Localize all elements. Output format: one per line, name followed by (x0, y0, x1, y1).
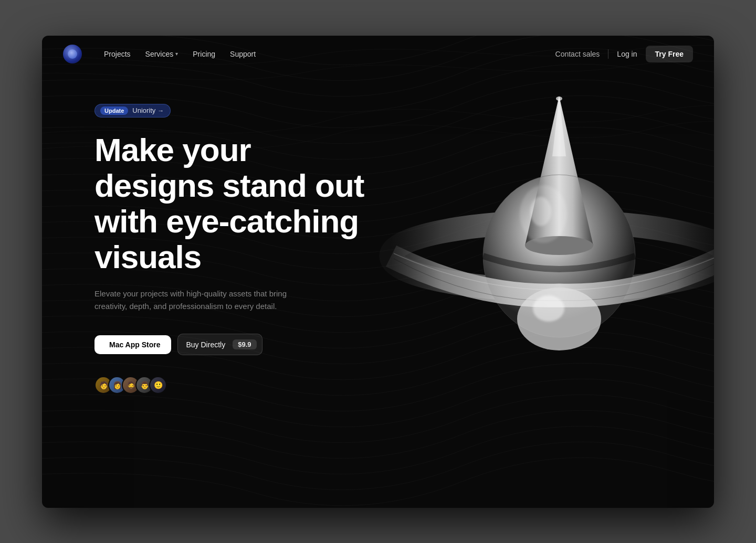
badge-arrow-icon: → (158, 107, 164, 114)
nav-projects[interactable]: Projects (98, 47, 137, 61)
hero-section: Update Uniority → Make your designs stan… (42, 72, 368, 395)
nav-support[interactable]: Support (224, 47, 262, 61)
avatar-group: 🧑 👩 🧔 👨 🙂 (94, 376, 368, 394)
price-tag: $9.9 (233, 339, 256, 349)
contact-sales-link[interactable]: Contact sales (555, 50, 600, 58)
nav-pricing[interactable]: Pricing (186, 47, 222, 61)
logo[interactable] (63, 45, 82, 63)
nav-links: Projects Services ▾ Pricing Support (98, 47, 262, 61)
cta-buttons: Mac App Store Buy Directly $9.9 (94, 334, 368, 355)
badge-update-label: Update (100, 107, 128, 115)
buy-directly-button[interactable]: Buy Directly $9.9 (177, 334, 262, 355)
browser-window: Projects Services ▾ Pricing Support Cont… (42, 36, 714, 508)
nav-left: Projects Services ▾ Pricing Support (63, 45, 262, 63)
services-chevron-icon: ▾ (175, 51, 178, 57)
buy-directly-label: Buy Directly (178, 340, 233, 349)
login-link[interactable]: Log in (617, 50, 637, 58)
navbar: Projects Services ▾ Pricing Support Cont… (42, 36, 714, 72)
badge-brand-text: Uniority → (132, 107, 164, 114)
avatar: 🙂 (149, 376, 167, 394)
try-free-button[interactable]: Try Free (646, 46, 693, 62)
nav-divider (608, 49, 608, 59)
nav-right: Contact sales Log in Try Free (555, 46, 693, 62)
nav-services[interactable]: Services ▾ (139, 47, 185, 61)
logo-icon (68, 49, 77, 59)
hero-subtitle: Elevate your projects with high-quality … (94, 288, 304, 313)
mac-store-label: Mac App Store (109, 340, 161, 349)
hero-title: Make your designs stand out with eye-cat… (94, 132, 368, 275)
mac-app-store-button[interactable]: Mac App Store (94, 335, 171, 354)
update-badge[interactable]: Update Uniority → (94, 104, 171, 118)
